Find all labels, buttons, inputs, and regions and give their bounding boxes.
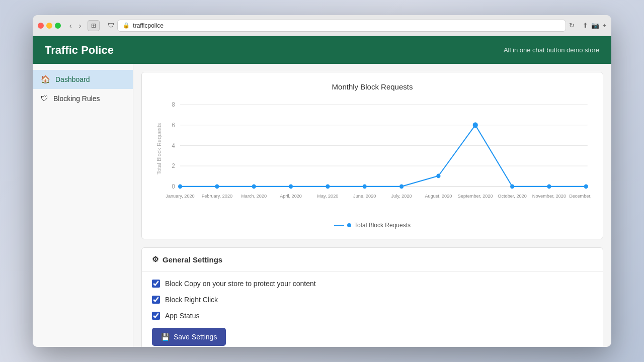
svg-text:April, 2020: April, 2020 — [280, 193, 302, 198]
app-status-checkbox[interactable] — [152, 312, 160, 320]
data-point-jan — [178, 184, 182, 189]
setting-block-copy[interactable]: Block Copy on your store to protect your… — [152, 280, 593, 288]
share-icon[interactable]: ⬆ — [583, 22, 588, 29]
svg-text:Total Block Requests: Total Block Requests — [156, 123, 163, 175]
svg-text:0: 0 — [172, 183, 176, 190]
chart-legend: Total Block Requests — [152, 222, 593, 229]
sidebar: 🏠 Dashboard 🛡 Blocking Rules — [33, 64, 133, 347]
maximize-button[interactable] — [55, 23, 61, 29]
block-copy-label: Block Copy on your store to protect your… — [165, 280, 316, 288]
save-settings-button[interactable]: 💾 Save Settings — [152, 328, 226, 346]
app-body: 🏠 Dashboard 🛡 Blocking Rules Monthly Blo… — [33, 64, 611, 347]
data-point-oct — [510, 184, 514, 189]
svg-text:November, 2020: November, 2020 — [532, 193, 566, 198]
svg-text:2: 2 — [172, 162, 175, 169]
save-icon: 💾 — [161, 333, 170, 341]
new-tab-icon[interactable]: + — [602, 22, 606, 29]
reload-button[interactable]: ↻ — [569, 22, 575, 29]
data-point-feb — [215, 184, 219, 189]
setting-block-right-click[interactable]: Block Right Click — [152, 296, 593, 304]
svg-text:December, 2020: December, 2020 — [569, 193, 593, 198]
browser-window: ‹ › ⊞ 🛡 🔒 trafficpolice ↻ ⬆ 📷 + Traffic … — [33, 15, 611, 347]
svg-text:August, 2020: August, 2020 — [425, 193, 452, 198]
svg-text:March, 2020: March, 2020 — [241, 193, 267, 198]
chart-title: Monthly Block Requests — [152, 82, 593, 91]
browser-actions: ⬆ 📷 + — [583, 22, 606, 29]
data-point-sep — [473, 122, 478, 128]
svg-text:4: 4 — [172, 142, 176, 148]
chart-line — [180, 125, 586, 187]
main-content: Monthly Block Requests 8 6 4 2 — [133, 64, 611, 347]
svg-text:8: 8 — [172, 101, 175, 108]
store-name: All in one chat button demo store — [504, 46, 599, 54]
data-point-jun — [363, 184, 367, 189]
block-right-click-checkbox[interactable] — [152, 296, 160, 304]
nav-buttons: ‹ › — [67, 21, 84, 31]
svg-text:February, 2020: February, 2020 — [202, 193, 232, 198]
shield-browser-icon: 🛡 — [108, 22, 114, 29]
forward-button[interactable]: › — [76, 21, 84, 31]
traffic-lights — [38, 23, 61, 29]
svg-text:6: 6 — [172, 122, 175, 128]
svg-text:September, 2020: September, 2020 — [458, 193, 493, 198]
svg-text:July, 2020: July, 2020 — [391, 193, 412, 198]
address-bar[interactable]: 🔒 trafficpolice — [117, 20, 566, 32]
sidebar-dashboard-label: Dashboard — [55, 75, 90, 83]
data-point-jul — [399, 184, 404, 189]
chart-svg: 8 6 4 2 0 Total Block Requests — [152, 99, 593, 210]
data-point-nov — [547, 184, 551, 189]
app-status-label: App Status — [165, 312, 200, 320]
chart-container: 8 6 4 2 0 Total Block Requests — [152, 99, 593, 220]
chart-card: Monthly Block Requests 8 6 4 2 — [141, 72, 603, 239]
gear-icon: ⚙ — [152, 255, 158, 264]
legend-line-icon — [334, 225, 344, 226]
data-point-aug — [436, 174, 440, 178]
app-title: Traffic Police — [45, 44, 114, 57]
data-point-apr — [289, 184, 293, 189]
save-button-label: Save Settings — [174, 333, 217, 341]
address-bar-area: 🛡 🔒 trafficpolice ↻ — [108, 20, 575, 32]
svg-text:May, 2020: May, 2020 — [317, 193, 338, 198]
minimize-button[interactable] — [46, 23, 52, 29]
url-text: trafficpolice — [133, 22, 163, 29]
block-copy-checkbox[interactable] — [152, 280, 160, 288]
data-point-may — [326, 184, 330, 189]
sidebar-item-dashboard[interactable]: 🏠 Dashboard — [33, 70, 133, 89]
settings-body: Block Copy on your store to protect your… — [142, 272, 603, 347]
settings-card: ⚙ General Settings Block Copy on your st… — [141, 247, 603, 347]
screenshot-icon[interactable]: 📷 — [591, 22, 599, 29]
data-point-mar — [252, 184, 256, 189]
view-button[interactable]: ⊞ — [88, 20, 100, 31]
svg-text:June, 2020: June, 2020 — [353, 193, 376, 198]
back-button[interactable]: ‹ — [67, 21, 74, 31]
browser-chrome: ‹ › ⊞ 🛡 🔒 trafficpolice ↻ ⬆ 📷 + — [33, 15, 611, 36]
settings-title: General Settings — [163, 255, 222, 264]
svg-text:October, 2020: October, 2020 — [498, 193, 527, 198]
svg-text:January, 2020: January, 2020 — [166, 193, 194, 198]
data-point-dec — [584, 184, 588, 189]
shield-icon: 🛡 — [41, 94, 48, 103]
close-button[interactable] — [38, 23, 44, 29]
legend-label: Total Block Requests — [354, 222, 411, 229]
dashboard-icon: 🏠 — [41, 75, 50, 84]
sidebar-item-blocking-rules[interactable]: 🛡 Blocking Rules — [33, 89, 133, 108]
lock-icon: 🔒 — [123, 22, 130, 29]
block-right-click-label: Block Right Click — [165, 296, 218, 304]
legend-dot-icon — [347, 223, 351, 227]
sidebar-blocking-label: Blocking Rules — [53, 95, 100, 103]
settings-header: ⚙ General Settings — [142, 248, 603, 272]
setting-app-status[interactable]: App Status — [152, 312, 593, 320]
app-header: Traffic Police All in one chat button de… — [33, 36, 611, 64]
